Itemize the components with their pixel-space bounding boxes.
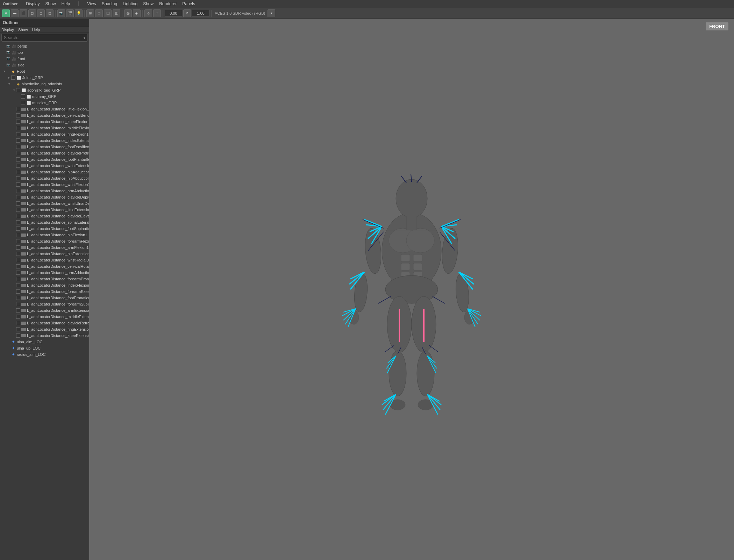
- visibility-checkbox[interactable]: [16, 189, 20, 193]
- edge-mode-btn[interactable]: ◻: [37, 9, 45, 17]
- visibility-checkbox[interactable]: [16, 271, 20, 275]
- tree-item-mummy_GRP[interactable]: ⬜ mummy_GRP: [0, 93, 89, 100]
- visibility-checkbox[interactable]: [16, 321, 20, 325]
- tree-item-loc20[interactable]: L_adnLocatorDistance_footSupination1: [0, 225, 89, 232]
- tree-item-radius_aim_LOC[interactable]: ✦ radius_aim_LOC: [0, 351, 89, 358]
- tree-item-front[interactable]: 📷 🎥 front: [0, 56, 89, 62]
- value1-input[interactable]: [165, 10, 182, 17]
- menu-panels[interactable]: Panels: [182, 1, 195, 6]
- manip-btn[interactable]: ⊹: [144, 9, 152, 17]
- tree-item-loc4[interactable]: L_adnLocatorDistance_middleFlexion1: [0, 125, 89, 131]
- reset-btn[interactable]: ↺: [183, 9, 191, 17]
- menu-view[interactable]: View: [87, 1, 96, 6]
- visibility-checkbox[interactable]: [16, 88, 20, 92]
- tree-item-loc11[interactable]: L_adnLocatorDistance_hipAdduction1: [0, 169, 89, 175]
- tree-item-loc13[interactable]: L_adnLocatorDistance_wristFlexion1: [0, 181, 89, 188]
- tree-item-Root[interactable]: ▾ ◆ Root: [0, 68, 89, 74]
- visibility-checkbox[interactable]: [16, 283, 20, 287]
- visibility-checkbox[interactable]: [16, 327, 20, 331]
- menu-display[interactable]: Display: [26, 1, 40, 6]
- visibility-checkbox[interactable]: [16, 258, 20, 262]
- visibility-checkbox[interactable]: [16, 245, 20, 250]
- select-mode-btn[interactable]: ▬: [11, 9, 19, 17]
- film-btn[interactable]: 🎬: [66, 9, 74, 17]
- light-btn[interactable]: 💡: [75, 9, 83, 17]
- visibility-checkbox[interactable]: [16, 113, 20, 117]
- camera-btn[interactable]: 📷: [57, 9, 65, 17]
- visibility-checkbox[interactable]: [16, 252, 20, 256]
- outliner-menu-display[interactable]: Display: [1, 28, 14, 32]
- tree-item-loc5[interactable]: L_adnLocatorDistance_ringFlexion1: [0, 131, 89, 137]
- visibility-checkbox[interactable]: [16, 289, 20, 294]
- tree-item-loc23[interactable]: L_adnLocatorDistance_armFlexion1: [0, 244, 89, 251]
- face-mode-btn[interactable]: ◻: [28, 9, 36, 17]
- tree-item-loc32[interactable]: L_adnLocatorDistance_forearmSupination1: [0, 301, 89, 307]
- visibility-checkbox[interactable]: [16, 239, 20, 243]
- visibility-checkbox[interactable]: [16, 233, 20, 237]
- visibility-checkbox[interactable]: [16, 170, 20, 174]
- visibility-checkbox[interactable]: [16, 145, 20, 149]
- tree-item-adonisfx_geo_GRP[interactable]: ▾ ⬜ adonisfx_geo_GRP: [0, 87, 89, 93]
- tree-item-loc9[interactable]: L_adnLocatorDistance_footPlantarflexion1: [0, 156, 89, 163]
- value2-input[interactable]: [192, 10, 209, 17]
- color-settings-btn[interactable]: ▾: [268, 9, 275, 17]
- pivot-btn[interactable]: ✛: [153, 9, 161, 17]
- visibility-checkbox[interactable]: [16, 151, 20, 155]
- vert-mode-btn[interactable]: ◻: [46, 9, 54, 17]
- visibility-checkbox[interactable]: [16, 201, 20, 206]
- tree-item-loc19[interactable]: L_adnLocatorDistance_spinalLateralFlexio…: [0, 219, 89, 225]
- visibility-checkbox[interactable]: [16, 138, 20, 143]
- tree-item-top[interactable]: 📷 🎥 top: [0, 49, 89, 56]
- tree-item-loc24[interactable]: L_adnLocatorDistance_hipExtension1: [0, 251, 89, 257]
- menu-show-outliner[interactable]: Show: [45, 1, 56, 6]
- tree-item-Joints_GRP[interactable]: ▸ ⬜ Joints_GRP: [0, 74, 89, 81]
- tree-item-loc33[interactable]: L_adnLocatorDistance_armExtension1: [0, 307, 89, 314]
- tree-item-loc7[interactable]: L_adnLocatorDistance_footDorsiflexion1: [0, 144, 89, 150]
- tree-item-loc3[interactable]: L_adnLocatorDistance_kneeFlexion1: [0, 119, 89, 125]
- tree-item-side[interactable]: 📷 🎥 side: [0, 62, 89, 68]
- tree-item-loc22[interactable]: L_adnLocatorDistance_forearmFlexion1: [0, 238, 89, 244]
- tree-item-bipedmike_rig_adonisfx[interactable]: ▾ ◆ bipedmike_rig_adonisfx: [0, 81, 89, 87]
- tree-item-loc6[interactable]: L_adnLocatorDistance_indexExtension1: [0, 137, 89, 144]
- tree-item-loc14[interactable]: L_adnLocatorDistance_armAbduction1: [0, 188, 89, 194]
- visibility-checkbox[interactable]: [16, 182, 20, 187]
- visibility-checkbox[interactable]: [16, 195, 20, 199]
- snap-btn[interactable]: ⊡: [95, 9, 103, 17]
- wire-btn[interactable]: ◫: [104, 9, 112, 17]
- tree-item-loc2[interactable]: L_adnLocatorDistance_cervicalBending1: [0, 112, 89, 119]
- tree-item-loc10[interactable]: L_adnLocatorDistance_wristExtension1: [0, 163, 89, 169]
- visibility-checkbox[interactable]: [16, 264, 20, 268]
- visibility-checkbox[interactable]: [16, 120, 20, 124]
- search-input[interactable]: [1, 34, 87, 42]
- shade-btn[interactable]: ◫: [113, 9, 120, 17]
- tree-item-muscles_GRP[interactable]: ⬜ muscles_GRP: [0, 100, 89, 106]
- visibility-checkbox[interactable]: [16, 157, 20, 161]
- tree-item-loc28[interactable]: L_adnLocatorDistance_forearmPronation1: [0, 276, 89, 282]
- tree-item-loc17[interactable]: L_adnLocatorDistance_littleExtension1: [0, 207, 89, 213]
- outliner-menu-show[interactable]: Show: [18, 28, 28, 32]
- expand-icon[interactable]: ▾: [7, 82, 11, 86]
- expand-icon[interactable]: ▾: [12, 88, 16, 92]
- menu-show[interactable]: Show: [143, 1, 154, 6]
- visibility-checkbox[interactable]: [16, 302, 20, 306]
- tree-item-loc18[interactable]: L_adnLocatorDistance_clavicleElevation1: [0, 213, 89, 219]
- tree-item-loc27[interactable]: L_adnLocatorDistance_armAdduction1: [0, 270, 89, 276]
- grid-btn[interactable]: ⊞: [86, 9, 94, 17]
- tree-item-loc12[interactable]: L_adnLocatorDistance_hipAbduction1: [0, 175, 89, 181]
- xray-btn[interactable]: ◎: [124, 9, 132, 17]
- visibility-checkbox[interactable]: [16, 333, 20, 338]
- tree-item-loc30[interactable]: L_adnLocatorDistance_forearmExtension1: [0, 288, 89, 295]
- tree-item-loc29[interactable]: L_adnLocatorDistance_indexFlexion1: [0, 282, 89, 288]
- visibility-checkbox[interactable]: [16, 208, 20, 212]
- visibility-checkbox[interactable]: [16, 132, 20, 136]
- visibility-checkbox[interactable]: [16, 308, 20, 313]
- tree-item-loc1[interactable]: L_adnLocatorDistance_littleFlexion1: [0, 106, 89, 112]
- menu-renderer[interactable]: Renderer: [159, 1, 177, 6]
- visibility-checkbox[interactable]: [16, 214, 20, 218]
- tree-item-loc16[interactable]: L_adnLocatorDistance_wristUlnarDeviation…: [0, 200, 89, 207]
- tree-item-loc34[interactable]: L_adnLocatorDistance_middleExtension11: [0, 314, 89, 320]
- menu-shading[interactable]: Shading: [102, 1, 117, 6]
- visibility-checkbox[interactable]: [16, 126, 20, 130]
- tree-item-ulna_up_LOC[interactable]: ✦ ulna_up_LOC: [0, 345, 89, 351]
- visibility-checkbox[interactable]: [16, 220, 20, 224]
